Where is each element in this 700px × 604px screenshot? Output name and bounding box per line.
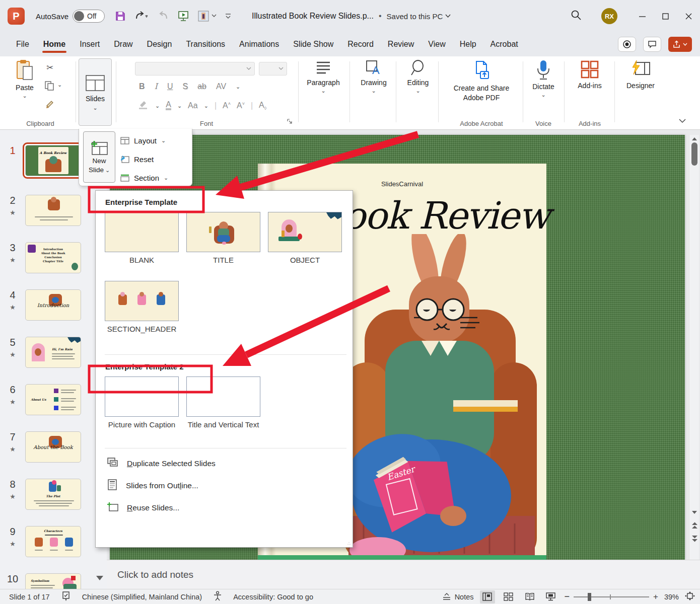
increase-font-size-button[interactable]: A˄	[223, 101, 231, 110]
tab-animations[interactable]: Animations	[232, 35, 286, 54]
notes-placeholder[interactable]: Click to add notes	[117, 569, 193, 580]
scrollbar-thumb[interactable]	[691, 142, 697, 166]
spell-check-icon[interactable]	[61, 591, 71, 602]
underline-button[interactable]: U	[167, 82, 173, 91]
section-menu-item[interactable]: Section⌄	[120, 170, 168, 185]
dictate-button[interactable]: Dictate⌄	[527, 59, 560, 97]
tab-acrobat[interactable]: Acrobat	[483, 35, 525, 54]
layout-menu-item[interactable]: Layout⌄	[120, 133, 166, 148]
scroll-down-icon[interactable]	[689, 508, 699, 516]
previous-slide-button[interactable]	[689, 521, 699, 530]
menu-item-duplicate-selected-slides[interactable]: Duplicate Selected Slides	[105, 452, 346, 475]
menu-item-slides-from-outline[interactable]: Slides from Outline...	[105, 475, 346, 497]
avatar[interactable]: RX	[601, 8, 617, 24]
vertical-scrollbar[interactable]	[689, 135, 699, 560]
layout-option-blank[interactable]: BLANK	[105, 212, 179, 266]
slide-sorter-view-button[interactable]	[501, 590, 516, 603]
thumbnail-scroll-down-icon[interactable]	[96, 574, 104, 583]
paragraph-button[interactable]: Paragraph⌄	[303, 59, 343, 93]
tab-slide-show[interactable]: Slide Show	[286, 35, 340, 54]
menu-resize-grip[interactable]: ∴	[347, 541, 351, 546]
tab-transitions[interactable]: Transitions	[179, 35, 232, 54]
close-button[interactable]	[677, 6, 700, 26]
notes-pane[interactable]: Click to add notes	[107, 560, 700, 589]
tab-file[interactable]: File	[9, 35, 36, 54]
search-icon[interactable]	[570, 9, 582, 23]
scroll-up-icon[interactable]	[689, 135, 699, 143]
editing-button[interactable]: Editing⌄	[399, 59, 437, 93]
tab-review[interactable]: Review	[381, 35, 421, 54]
slide-thumbnail-4[interactable]: Introduction	[25, 289, 81, 321]
image-quick-icon[interactable]	[197, 10, 217, 22]
minimize-button[interactable]	[631, 6, 654, 26]
zoom-out-button[interactable]: −	[565, 591, 570, 602]
slide-thumbnail-9[interactable]: Characters	[25, 526, 81, 557]
font-name-combobox[interactable]	[135, 62, 255, 76]
slide-thumbnail-6[interactable]: About Us	[25, 384, 81, 415]
slide-thumbnail-1[interactable]: A Book Review	[25, 145, 81, 176]
start-slideshow-icon[interactable]	[177, 10, 189, 22]
font-color-button[interactable]: A	[166, 101, 171, 110]
character-spacing-chevron[interactable]: ⌄	[236, 85, 240, 89]
save-icon[interactable]	[115, 11, 126, 22]
layout-option-picture-with-caption[interactable]: Picture with Caption	[105, 376, 179, 430]
share-button[interactable]	[668, 37, 692, 52]
zoom-in-button[interactable]: +	[653, 592, 658, 602]
copy-button[interactable]: ⌄	[44, 81, 54, 93]
italic-button[interactable]: I	[155, 82, 158, 91]
fit-slide-to-window-button[interactable]	[685, 591, 695, 602]
tab-insert[interactable]: Insert	[73, 35, 107, 54]
create-adobe-pdf-button[interactable]: Create and ShareAdobe PDF	[443, 59, 520, 103]
format-painter-button[interactable]	[45, 100, 55, 112]
tab-design[interactable]: Design	[140, 35, 179, 54]
layout-option-title[interactable]: TITLE	[186, 212, 260, 266]
tab-draw[interactable]: Draw	[107, 35, 139, 54]
addins-button[interactable]: Add-ins	[568, 59, 611, 90]
slideshow-view-button[interactable]	[543, 590, 558, 603]
layout-option-section-header[interactable]: SECTION_HEADER	[105, 281, 179, 335]
accessibility-status[interactable]: Accessibility: Good to go	[233, 593, 313, 601]
cut-button[interactable]: ✂	[46, 62, 53, 73]
text-shadow-button[interactable]: S	[182, 82, 188, 91]
maximize-button[interactable]	[654, 6, 677, 26]
layout-option-title-and-vertical-text[interactable]: Title and Vertical Text	[186, 376, 260, 430]
language-status[interactable]: Chinese (Simplified, Mainland China)	[82, 593, 202, 601]
normal-view-button[interactable]	[480, 590, 495, 603]
zoom-slider[interactable]: − +	[565, 591, 658, 602]
character-spacing-button[interactable]: AV	[216, 82, 226, 91]
strikethrough-button[interactable]: ab	[197, 82, 206, 91]
menu-item-reuse-slides[interactable]: Reuse Slides...	[105, 497, 346, 519]
slide-counter[interactable]: Slide 1 of 17	[9, 593, 50, 601]
record-ribbon-button[interactable]	[618, 37, 636, 52]
redo-button[interactable]	[157, 11, 169, 22]
slide-thumbnail-8[interactable]: The Plot	[25, 479, 81, 510]
slide-thumbnail-3[interactable]: IntroductionAbout the BookConclusionChap…	[25, 242, 81, 273]
slide-thumbnail-5[interactable]: Hi, I'm Rain	[25, 337, 81, 368]
tab-view[interactable]: View	[421, 35, 452, 54]
customize-quick-access-toolbar-icon[interactable]	[225, 13, 232, 19]
decrease-font-size-button[interactable]: A˅	[237, 101, 245, 110]
comments-button[interactable]	[643, 37, 661, 52]
bold-button[interactable]: B	[139, 82, 145, 91]
slide-thumbnail-7[interactable]: About the Book	[25, 431, 81, 463]
slide-thumbnail-2[interactable]	[25, 195, 81, 226]
zoom-slider-thumb[interactable]	[588, 593, 591, 601]
reading-view-button[interactable]	[522, 590, 537, 603]
tab-home[interactable]: Home	[36, 35, 73, 54]
designer-button[interactable]: Designer	[618, 59, 663, 90]
reset-menu-item[interactable]: Reset	[120, 152, 154, 167]
clear-formatting-button[interactable]: A◊	[259, 101, 266, 111]
layout-option-object[interactable]: OBJECT	[268, 212, 342, 266]
undo-button[interactable]	[134, 11, 149, 22]
tab-record[interactable]: Record	[340, 35, 381, 54]
slide-thumbnail-10[interactable]: Symbolism	[25, 573, 81, 589]
new-slide-button[interactable]: New Slide⌄	[83, 131, 115, 183]
change-case-button[interactable]: Aa	[188, 101, 198, 110]
drawing-button[interactable]: A Drawing⌄	[354, 59, 393, 93]
collapse-ribbon-chevron[interactable]	[679, 116, 686, 125]
paste-button[interactable]: Paste ⌄	[15, 59, 34, 98]
highlight-color-button[interactable]	[138, 100, 149, 112]
tab-help[interactable]: Help	[453, 35, 483, 54]
notes-toggle-button[interactable]: Notes	[442, 593, 474, 601]
autosave-toggle[interactable]: Off	[73, 10, 105, 23]
